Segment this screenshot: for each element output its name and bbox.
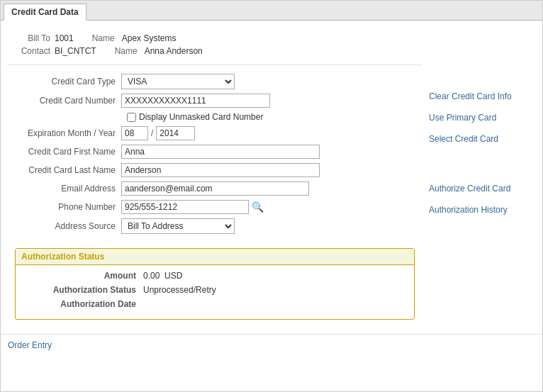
cc-firstname-input[interactable] <box>121 145 320 159</box>
footer-section: Order Entry <box>1 334 542 356</box>
addr-label: Address Source <box>15 221 121 231</box>
bill-to-row: Bill To 1001 Name Apex Systems <box>15 33 415 43</box>
left-panel: Bill To 1001 Name Apex Systems Contact B… <box>1 21 429 334</box>
addr-row: Address Source Bill To Address To Addres… <box>15 218 415 234</box>
auth-status-label: Authorization Status <box>30 285 143 295</box>
email-input[interactable] <box>121 181 309 196</box>
right-panel-bottom: Authorize Credit Card Authorization Hist… <box>429 184 535 226</box>
right-panel: Clear Credit Card Info Use Primary Card … <box>429 21 542 334</box>
cc-firstname-row: Credit Card First Name <box>15 145 415 159</box>
auth-section-title: Authorization Status <box>16 249 414 265</box>
auth-content: Amount 0.00 USD Authorization Status Unp… <box>16 265 414 319</box>
bill-to-label: Bill To <box>15 33 50 43</box>
exp-separator: / <box>151 128 153 138</box>
auth-status-section: Authorization Status Amount 0.00 USD Aut… <box>15 248 415 320</box>
unmask-row: Display Unmasked Card Number <box>15 112 415 122</box>
order-entry-link[interactable]: Order Entry <box>8 340 52 350</box>
auth-status-value: Unprocessed/Retry <box>143 285 216 295</box>
phone-input[interactable] <box>121 200 249 214</box>
bill-to-value: 1001 <box>55 33 74 43</box>
bill-to-name-value: Apex Systems <box>122 33 177 43</box>
phone-row: Phone Number 🔍 <box>15 200 415 214</box>
unmask-checkbox[interactable] <box>127 113 136 122</box>
cc-lastname-label: Credit Card Last Name <box>15 165 121 175</box>
auth-amount-value: 0.00 USD <box>143 271 182 281</box>
contact-name-value: Anna Anderson <box>145 46 203 56</box>
cc-lastname-input[interactable] <box>121 163 320 177</box>
cc-lastname-row: Credit Card Last Name <box>15 163 415 177</box>
credit-card-data-tab[interactable]: Credit Card Data <box>4 4 86 21</box>
auth-date-label: Authorization Date <box>30 299 143 309</box>
phone-lookup-icon[interactable]: 🔍 <box>252 201 264 213</box>
form-section: Credit Card Type VISA MasterCard AmEx Di… <box>8 71 422 241</box>
contact-label: Contact <box>15 46 50 56</box>
bill-to-name-label: Name <box>92 33 115 43</box>
email-label: Email Address <box>15 184 121 194</box>
cc-type-row: Credit Card Type VISA MasterCard AmEx Di… <box>15 74 415 89</box>
exp-row: Expiration Month / Year / <box>15 126 415 140</box>
use-primary-card-link[interactable]: Use Primary Card <box>429 113 535 123</box>
auth-amount-label: Amount <box>30 271 143 281</box>
auth-date-row: Authorization Date <box>30 299 400 309</box>
select-credit-card-link[interactable]: Select Credit Card <box>429 134 535 144</box>
contact-name-label: Name <box>115 46 138 56</box>
right-panel-top: Clear Credit Card Info Use Primary Card … <box>429 28 535 155</box>
clear-credit-card-link[interactable]: Clear Credit Card Info <box>429 91 535 101</box>
cc-type-label: Credit Card Type <box>15 77 121 86</box>
exp-label: Expiration Month / Year <box>15 128 121 138</box>
main-content: Bill To 1001 Name Apex Systems Contact B… <box>1 21 542 334</box>
authorization-history-link[interactable]: Authorization History <box>429 205 535 215</box>
email-row: Email Address <box>15 181 415 196</box>
exp-month-input[interactable] <box>121 126 148 140</box>
page-container: Credit Card Data Bill To 1001 Name Apex … <box>0 0 543 392</box>
exp-year-input[interactable] <box>156 126 195 140</box>
cc-type-select[interactable]: VISA MasterCard AmEx Discover <box>121 74 235 89</box>
cc-num-input[interactable] <box>121 94 270 108</box>
contact-value: BI_CNTCT <box>55 46 96 56</box>
tab-bar: Credit Card Data <box>1 1 542 21</box>
phone-label: Phone Number <box>15 202 121 212</box>
cc-num-row: Credit Card Number <box>15 94 415 108</box>
auth-amount-row: Amount 0.00 USD <box>30 271 400 281</box>
bill-to-section: Bill To 1001 Name Apex Systems Contact B… <box>8 28 422 65</box>
contact-row: Contact BI_CNTCT Name Anna Anderson <box>15 46 415 56</box>
addr-select[interactable]: Bill To Address To Address Ship To Addre… <box>121 218 235 234</box>
cc-num-label: Credit Card Number <box>15 96 121 106</box>
auth-status-row: Authorization Status Unprocessed/Retry <box>30 285 400 295</box>
authorize-credit-card-link[interactable]: Authorize Credit Card <box>429 184 535 194</box>
unmask-label: Display Unmasked Card Number <box>139 112 263 122</box>
cc-firstname-label: Credit Card First Name <box>15 147 121 157</box>
